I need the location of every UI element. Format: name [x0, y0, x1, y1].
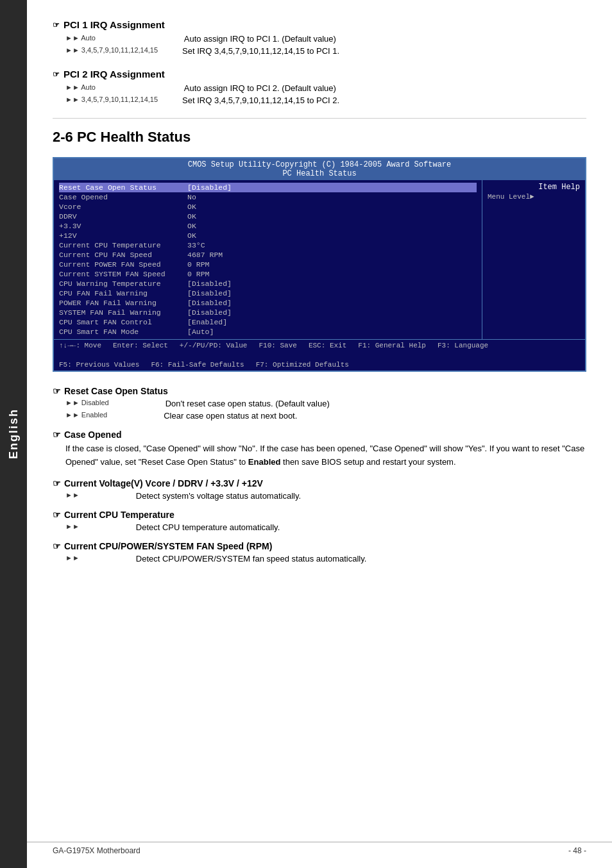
cmos-row-value: [Disabled] [187, 308, 232, 317]
cmos-footer-item: F1: General Help [358, 342, 426, 349]
cmos-row-label: +3.3V [59, 222, 187, 230]
cmos-row-label: CPU Warning Temperature [59, 280, 187, 288]
cmos-row: +3.3VOK [59, 221, 477, 231]
cmos-row-label: Current CPU Temperature [59, 241, 187, 249]
cmos-row-value: [Enabled] [187, 318, 227, 326]
cmos-row: SYSTEM FAN Fail Warning[Disabled] [59, 308, 477, 317]
pci1-irq-item: ►► 3,4,5,7,9,10,11,12,14,15 Set IRQ 3,4,… [65, 46, 586, 56]
cmos-row-label: Current CPU FAN Speed [59, 251, 187, 259]
cmos-header-line1: CMOS Setup Utility-Copyright (C) 1984-20… [54, 160, 585, 169]
pci1-irq-desc: Set IRQ 3,4,5,7,9,10,11,12,14,15 to PCI … [182, 46, 339, 56]
subsection-title-current-fan-speed: ☞Current CPU/POWER/SYSTEM FAN Speed (RPM… [53, 541, 586, 551]
cmos-header-line2: PC Health Status [54, 169, 585, 178]
footer-left: GA-G1975X Motherboard [53, 846, 140, 855]
sidebar-label: English [7, 408, 21, 459]
footer-right: - 48 - [568, 846, 586, 855]
pci1-title: ☞ PCI 1 IRQ Assignment [53, 19, 586, 30]
pci2-irq-item: ►► 3,4,5,7,9,10,11,12,14,15 Set IRQ 3,4,… [65, 96, 586, 105]
subsection-title-reset-case: ☞Reset Case Open Status [53, 386, 586, 396]
cmos-row-label: Vcore [59, 203, 187, 211]
cmos-row: Reset Case Open Status[Disabled] [59, 183, 477, 192]
subsection-desc: Detect CPU temperature automatically. [136, 522, 280, 532]
cmos-row-label: DDRV [59, 212, 187, 221]
subsection-desc: Clear case open status at next boot. [164, 411, 297, 421]
cmos-row-value: No [187, 193, 196, 201]
subsection-desc: Don't reset case open status. (Default v… [166, 399, 330, 408]
subsection-bullet: ►► Disabled [65, 399, 109, 406]
pci2-irq-bullet: ►► 3,4,5,7,9,10,11,12,14,15 [65, 96, 158, 103]
sidebar: English [0, 0, 27, 868]
cmos-row-label: +12V [59, 231, 187, 240]
subsection-title-case-opened: ☞Case Opened [53, 430, 586, 440]
cmos-row: VcoreOK [59, 202, 477, 212]
pci1-auto-desc: Auto assign IRQ to PCI 1. (Default value… [184, 34, 336, 44]
subsection-arrow-icon: ☞ [53, 510, 61, 520]
subsection-case-opened: ☞Case OpenedIf the case is closed, "Case… [53, 430, 586, 469]
subsection-title-text: Case Opened [64, 430, 121, 440]
subsection-item: ►► EnabledClear case open status at next… [65, 411, 586, 421]
cmos-menu-level: Menu Level► [488, 193, 580, 201]
cmos-footer-item: F7: Optimized Defaults [256, 361, 349, 369]
subsection-bullet: ►► [65, 491, 80, 499]
cmos-row-value: [Disabled] [187, 289, 232, 297]
cmos-footer-item: Enter: Select [113, 342, 168, 349]
cmos-row-label: Current SYSTEM FAN Speed [59, 270, 187, 278]
pci2-auto-item: ►► Auto Auto assign IRQ to PCI 2. (Defau… [65, 83, 586, 93]
cmos-row-value: [Auto] [187, 328, 214, 336]
cmos-footer-item: +/-/PU/PD: Value [180, 342, 248, 349]
cmos-row-label: CPU Smart FAN Control [59, 318, 187, 326]
cmos-row: CPU Warning Temperature[Disabled] [59, 279, 477, 288]
subsection-arrow-icon: ☞ [53, 430, 61, 440]
cmos-footer-item: F10: Save [259, 342, 296, 349]
cmos-header: CMOS Setup Utility-Copyright (C) 1984-20… [54, 158, 585, 180]
page-footer: GA-G1975X Motherboard - 48 - [27, 842, 612, 855]
pci2-auto-bullet: ►► Auto [65, 83, 96, 91]
cmos-row-value: [Disabled] [187, 183, 232, 192]
pci1-auto-item: ►► Auto Auto assign IRQ to PCI 1. (Defau… [65, 34, 586, 44]
cmos-row: Case OpenedNo [59, 192, 477, 202]
cmos-row: CPU FAN Fail Warning[Disabled] [59, 288, 477, 298]
cmos-row-label: Case Opened [59, 193, 187, 201]
cmos-row: +12VOK [59, 231, 477, 240]
subsection-bullet: ►► [65, 522, 80, 530]
subsection-body-case-opened: If the case is closed, "Case Opened" wil… [65, 442, 586, 469]
subsection-title-text: Reset Case Open Status [64, 386, 168, 396]
pci2-irq-desc: Set IRQ 3,4,5,7,9,10,11,12,14,15 to PCI … [182, 96, 339, 105]
cmos-row: Current CPU Temperature33°C [59, 240, 477, 250]
cmos-row-label: CPU FAN Fail Warning [59, 289, 187, 297]
cmos-row-label: CPU Smart FAN Mode [59, 328, 187, 336]
cmos-row-value: 33°C [187, 241, 205, 249]
cmos-footer-item: ↑↓→←: Move [59, 342, 101, 349]
pci1-irq-bullet: ►► 3,4,5,7,9,10,11,12,14,15 [65, 46, 158, 54]
cmos-row: Current POWER FAN Speed0 RPM [59, 260, 477, 269]
cmos-row-label: SYSTEM FAN Fail Warning [59, 308, 187, 317]
subsection-item: ►► DisabledDon't reset case open status.… [65, 399, 586, 408]
cmos-row: CPU Smart FAN Control[Enabled] [59, 317, 477, 327]
subsections: ☞Reset Case Open Status►► DisabledDon't … [53, 386, 586, 563]
cmos-row: Current CPU FAN Speed4687 RPM [59, 250, 477, 260]
subsection-title-text: Current CPU Temperature [64, 510, 174, 520]
cmos-row-value: [Disabled] [187, 299, 232, 307]
subsection-item: ►► Detect CPU/POWER/SYSTEM fan speed sta… [65, 554, 586, 563]
cmos-row-value: 4687 RPM [187, 251, 223, 259]
cmos-footer-item: F6: Fail-Safe Defaults [151, 361, 244, 369]
subsection-bullet: ►► [65, 554, 80, 562]
pci2-arrow-icon: ☞ [53, 70, 60, 79]
cmos-row: DDRVOK [59, 212, 477, 221]
pci1-auto-bullet: ►► Auto [65, 34, 96, 42]
cmos-row-value: OK [187, 222, 196, 230]
cmos-row: CPU Smart FAN Mode[Auto] [59, 327, 477, 337]
cmos-row-value: OK [187, 212, 196, 221]
cmos-row-label: POWER FAN Fail Warning [59, 299, 187, 307]
cmos-footer-item: F3: Language [438, 342, 488, 349]
cmos-row-value: 0 RPM [187, 260, 210, 269]
cmos-row-value: OK [187, 203, 196, 211]
main-content: ☞ PCI 1 IRQ Assignment ►► Auto Auto assi… [27, 0, 612, 592]
cmos-footer: ↑↓→←: MoveEnter: Select+/-/PU/PD: ValueF… [54, 339, 585, 371]
pci2-title: ☞ PCI 2 IRQ Assignment [53, 69, 586, 79]
cmos-box: CMOS Setup Utility-Copyright (C) 1984-20… [53, 157, 586, 372]
pci2-auto-desc: Auto assign IRQ to PCI 2. (Default value… [184, 83, 336, 93]
subsection-reset-case: ☞Reset Case Open Status►► DisabledDon't … [53, 386, 586, 421]
pci2-section: ☞ PCI 2 IRQ Assignment ►► Auto Auto assi… [53, 69, 586, 105]
subsection-item: ►► Detect system's voltage status automa… [65, 491, 586, 501]
